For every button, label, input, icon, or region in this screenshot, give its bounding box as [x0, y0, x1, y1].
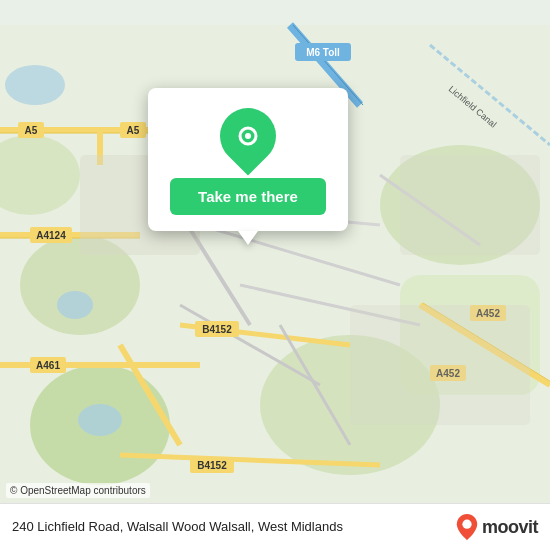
take-me-there-button[interactable]: Take me there [170, 178, 326, 215]
svg-rect-52 [400, 155, 540, 255]
svg-point-55 [245, 133, 251, 139]
osm-attribution: © OpenStreetMap contributors [6, 483, 150, 498]
svg-point-8 [78, 404, 122, 436]
svg-rect-53 [350, 305, 530, 425]
svg-point-7 [57, 291, 93, 319]
svg-text:A5: A5 [25, 125, 38, 136]
svg-point-56 [462, 520, 471, 529]
map-container: M6 Toll A5 A5 A4124 A461 B4152 B4152 A45… [0, 0, 550, 550]
svg-point-9 [5, 65, 65, 105]
location-pin [208, 96, 287, 175]
svg-text:A4124: A4124 [36, 230, 66, 241]
pin-icon [234, 122, 262, 150]
map-background: M6 Toll A5 A5 A4124 A461 B4152 B4152 A45… [0, 0, 550, 550]
moovit-brand-text: moovit [482, 517, 538, 538]
moovit-pin-icon [456, 514, 478, 540]
bottom-bar: 240 Lichfield Road, Walsall Wood Walsall… [0, 503, 550, 550]
moovit-logo: moovit [456, 514, 538, 540]
svg-text:B4152: B4152 [197, 460, 227, 471]
location-pin-inner [234, 122, 262, 150]
svg-text:A5: A5 [127, 125, 140, 136]
svg-text:M6 Toll: M6 Toll [306, 47, 340, 58]
svg-text:A461: A461 [36, 360, 60, 371]
address-label: 240 Lichfield Road, Walsall Wood Walsall… [12, 518, 444, 536]
popup-card: Take me there [148, 88, 348, 231]
svg-text:B4152: B4152 [202, 324, 232, 335]
